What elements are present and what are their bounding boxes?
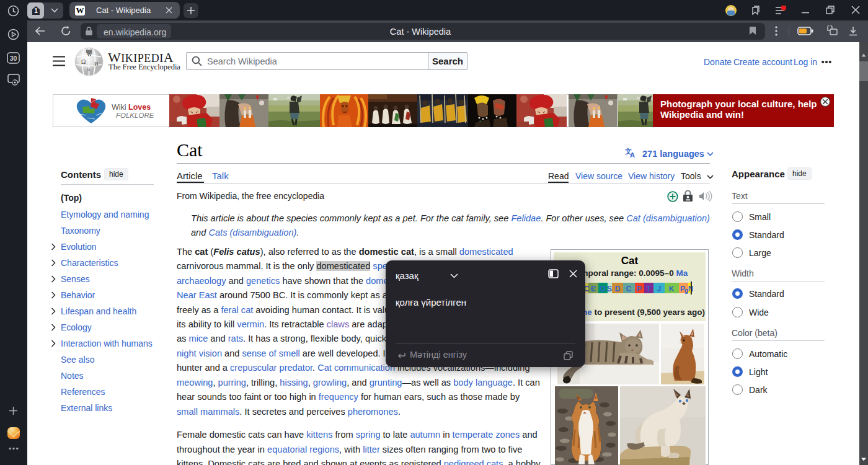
svg-text:A: A (630, 151, 635, 158)
svg-text:T: T (646, 285, 651, 293)
svg-text:J: J (657, 285, 662, 293)
svg-text:C: C (626, 285, 632, 293)
svg-text:Ω: Ω (81, 58, 86, 65)
svg-text:N: N (688, 285, 693, 293)
svg-text:P: P (637, 285, 642, 293)
svg-text:K: K (669, 285, 675, 293)
svg-text:И: И (94, 61, 99, 67)
svg-text:ω: ω (87, 66, 90, 72)
svg-text:D: D (615, 285, 621, 293)
svg-text:1: 1 (34, 7, 38, 14)
svg-text:30: 30 (10, 55, 17, 62)
svg-text:Є: Є (591, 285, 596, 293)
svg-text:O: O (600, 285, 605, 293)
svg-text:S: S (607, 285, 612, 293)
